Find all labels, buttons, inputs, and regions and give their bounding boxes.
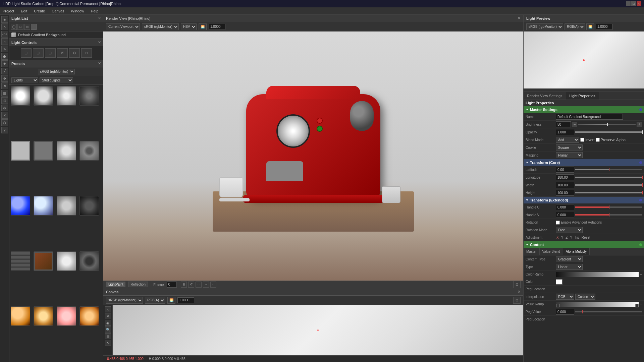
master-settings-header[interactable]: ▼ Master Settings [524,106,644,113]
content-section-header[interactable]: ▼ Content [524,241,644,248]
hdr-preview-btn[interactable]: 🌅 [199,23,207,30]
mapping-select[interactable]: Planar [556,152,583,158]
val-ramp-peg-right[interactable] [635,304,639,307]
value-ramp-widget[interactable] [556,302,639,307]
longitude-input[interactable] [556,174,574,180]
tab-render-view-settings[interactable]: Render View Settings [524,92,566,100]
ll-circle-btn[interactable]: ◯ [11,24,17,30]
play-btn[interactable]: ↺ [188,282,194,288]
preset-13[interactable] [11,251,30,271]
longitude-slider[interactable] [575,177,642,178]
preset-6[interactable] [34,141,53,161]
tool-adjust[interactable]: ⊡ [1,97,8,104]
opacity-input[interactable] [556,129,574,135]
ll-rect-btn[interactable]: ▭ [24,24,30,30]
canvas-expand[interactable]: ⊡ [513,297,521,304]
preset-12[interactable] [79,196,99,216]
lp-hdr-btn[interactable]: 🌅 [586,23,594,30]
lp-exposure[interactable] [596,24,612,30]
content-tab-value-blend[interactable]: Value Blend [540,248,563,255]
handle-v-input[interactable] [556,212,574,218]
preset-14[interactable] [34,251,53,271]
latitude-slider[interactable] [575,169,642,170]
preset-20[interactable] [79,306,99,326]
tool-settings[interactable]: ⚙ [1,105,8,111]
presets-close[interactable]: ✕ [98,61,101,66]
exposure-input[interactable] [209,24,225,30]
lightpaint-tab[interactable]: LightPaint [106,282,125,287]
maximize-button[interactable]: □ [631,1,636,6]
tool-hdr[interactable]: HDR [1,31,8,38]
menu-edit[interactable]: Edit [19,8,29,14]
preset-8[interactable] [79,141,99,161]
colorspace-select[interactable]: sRGB (rgbMonitor) [142,23,179,30]
canvas-tool-6[interactable]: ↖ [105,340,111,346]
tool-arrow[interactable]: ↖ [1,23,8,30]
minimize-button[interactable]: ─ [626,1,631,6]
preserve-alpha-checkbox[interactable] [596,138,600,142]
menu-help[interactable]: Help [90,8,100,14]
canvas-drawing-area[interactable] [113,305,523,355]
lc-icon-2[interactable]: ⊞ [33,48,44,58]
preset-3[interactable] [57,86,76,106]
ll-square-btn[interactable]: □ [17,24,23,30]
type-select[interactable]: Linear [556,264,583,270]
canvas-tool-1[interactable]: ↖ [105,306,111,312]
frame-input[interactable] [167,282,177,288]
tool-rotate[interactable]: ↻ [1,82,8,89]
preset-11[interactable] [57,196,76,216]
preset-5[interactable] [11,141,30,161]
lc-icon-4[interactable]: ↺ [57,48,68,58]
mode-select[interactable]: HSV [181,23,197,30]
color-ramp-widget[interactable] [556,272,639,277]
light-controls-close[interactable]: ✕ [98,40,101,45]
preset-16[interactable] [79,251,99,271]
pause-btn[interactable]: ⏸ [181,282,187,288]
preset-17[interactable] [11,306,30,326]
interpolation-select1[interactable]: RGB [556,294,574,300]
val-ramp-peg-left[interactable] [556,304,559,307]
close-button[interactable]: ✕ [637,1,641,6]
handle-u-slider[interactable] [575,206,642,208]
opacity-slider[interactable] [575,131,642,133]
presets-studio-select[interactable]: StudioLights [40,77,73,83]
light-list-item[interactable]: Default Gradient Background [9,32,103,39]
canvas-tool-4[interactable]: 🔍 [105,326,111,333]
content-tab-master[interactable]: Master [524,248,540,255]
width-input[interactable] [556,182,574,188]
preset-4[interactable] [79,86,99,106]
canvas-exposure[interactable] [177,297,194,303]
peg-value-slider[interactable] [575,311,642,312]
width-slider[interactable] [575,184,642,186]
tool-question[interactable]: ? [1,127,8,133]
interpolation-select2[interactable]: Cosine [575,294,595,300]
tool-pan[interactable]: ☰ [1,90,8,97]
name-input[interactable] [556,114,623,120]
tool-eyedropper[interactable]: ✚ [1,60,8,67]
menu-window[interactable]: Window [70,8,86,14]
canvas-close[interactable]: ✕ [518,290,521,294]
lp-mode-select[interactable]: RGB(A) [565,23,585,30]
tool-node[interactable]: ⬡ [1,119,8,126]
tab-light-properties[interactable]: Light Properties [566,92,599,100]
lc-icon-3[interactable]: ⊟ [45,48,56,58]
menu-create[interactable]: Create [33,8,46,14]
canvas-tool-5[interactable]: ⊞ [105,333,111,339]
lc-icon-1[interactable]: ⊡ [21,48,32,58]
peg-value-input[interactable] [556,309,574,315]
color-ramp-plus[interactable]: + [640,273,642,276]
content-type-select[interactable]: Gradient [556,256,583,262]
handle-u-input[interactable] [556,204,574,210]
render-view-close[interactable]: ✕ [518,16,521,20]
preset-9[interactable] [11,196,30,216]
lp-colorspace-select[interactable]: sRGB (rgbMonitor) [526,23,563,30]
brightness-slider[interactable] [578,124,636,125]
blend-mode-select[interactable]: Add [556,137,579,143]
preset-15[interactable] [57,251,76,271]
tool-move[interactable]: ✥ [1,75,8,82]
render-view-expand[interactable]: ⊡ [513,281,521,288]
enable-advanced-checkbox[interactable] [556,221,560,225]
lc-icon-6[interactable]: ✂ [81,48,92,58]
value-ramp-plus[interactable]: + [640,302,642,306]
tool-hdr2[interactable]: H [1,38,8,45]
